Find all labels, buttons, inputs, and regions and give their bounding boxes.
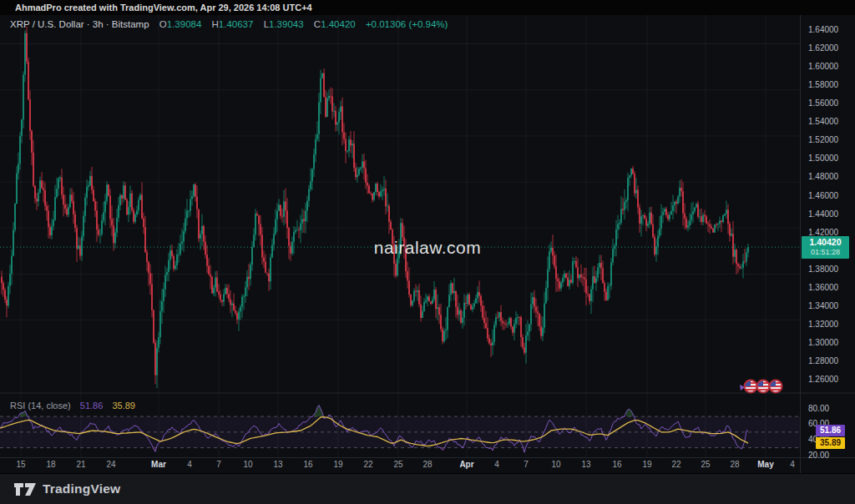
attribution-text: AhmadPro created with TradingView.com, A… [15,3,312,13]
price-axis-label: 1.44000 [808,209,838,219]
time-axis-label: 4 [494,458,499,471]
rsi-current-value: 51.86 [80,401,104,411]
price-axis-label: 1.52000 [808,135,838,144]
attribution-bar: AhmadPro created with TradingView.com, A… [0,0,855,15]
time-axis-label: 25 [393,458,402,471]
time-axis-label: May [757,458,773,471]
low-value: 1.39043 [269,19,304,29]
bar-countdown: 01:51:28 [802,248,849,257]
current-price-label: 1.40420 01:51:28 [802,236,849,259]
time-axis-label: 7 [216,458,221,471]
rsi-axis-label: 80.00 [808,404,829,413]
high-label: H [212,19,219,29]
time-axis-label: 25 [701,458,710,471]
change-value: +0.01306 (+0.94%) [366,19,448,29]
open-label: O [159,19,167,29]
price-axis-label: 1.54000 [808,117,838,126]
price-axis-label: 1.26000 [808,375,838,384]
watermark: nairalaw.com [374,238,482,258]
flag-sticker-icons[interactable] [738,377,787,402]
price-axis-label: 1.34000 [808,301,838,310]
price-axis-label: 1.60000 [808,62,838,71]
price-axis-label: 1.30000 [808,338,838,347]
time-axis-label: 28 [422,458,432,471]
time-axis-label: 19 [642,458,651,471]
time-axis-label: 18 [46,458,55,471]
time-axis-label: 7 [524,458,529,471]
time-axis-label: 13 [581,458,590,471]
rsi-ma-value-label: 35.89 [816,437,845,449]
symbol-title[interactable]: XRP / U.S. Dollar · 3h · Bitstamp [10,19,149,29]
time-axis-label: 4 [790,458,795,471]
price-axis-label: 1.38000 [808,265,838,274]
rsi-value-label: 51.86 [816,425,845,436]
rsi-ma-current-value: 35.89 [112,401,135,411]
rsi-title[interactable]: RSI (14, close) [10,401,71,411]
rsi-indicator-header[interactable]: RSI (14, close) 51.86 35.89 [10,401,135,411]
tradingview-chart-screen: AhmadPro created with TradingView.com, A… [0,0,855,504]
time-axis-label: 22 [363,458,372,471]
price-axis-label: 1.64000 [808,25,838,34]
close-value: 1.40420 [321,19,356,29]
time-axis-label: 15 [16,458,25,471]
time-axis-label: 24 [106,458,115,471]
current-price-value: 1.40420 [802,236,849,248]
price-axis-label: 1.36000 [808,283,838,292]
time-axis-label: 16 [303,458,312,471]
price-axis-label: 1.62000 [808,43,838,53]
time-axis-label: 28 [730,458,739,471]
open-value: 1.39084 [167,19,202,29]
flag-emoji-icon [745,381,782,393]
time-axis-label: 10 [551,458,560,471]
price-axis-label: 1.46000 [808,191,838,200]
rsi-axis-label: 20.00 [808,451,829,460]
price-axis-label: 1.58000 [808,80,838,89]
tradingview-logo-icon[interactable] [13,481,37,497]
symbol-info[interactable]: XRP / U.S. Dollar · 3h · Bitstamp O1.390… [10,19,448,29]
time-axis-label: 13 [273,458,282,471]
price-axis-label: 1.56000 [808,98,838,108]
time-axis-label: 10 [243,458,252,471]
time-axis-label: 16 [612,458,621,471]
footer-bar: TradingView [0,473,855,504]
price-axis-label: 1.32000 [808,320,838,329]
high-value: 1.40637 [219,19,254,29]
time-axis-label: Mar [151,458,166,471]
price-axis-label: 1.48000 [808,172,838,181]
time-axis-label: 21 [76,458,85,471]
price-axis-label: 1.42000 [808,228,838,237]
price-axis-label: 1.28000 [808,356,838,365]
time-axis-label: 19 [333,458,342,471]
close-label: C [314,19,321,29]
price-axis-label: 1.50000 [808,154,838,163]
tradingview-logo-text[interactable]: TradingView [43,481,120,496]
time-axis-label: 4 [187,458,192,471]
time-axis-label: 22 [671,458,680,471]
time-axis[interactable]: 15182124Mar4710131619222528Apr4710131619… [0,458,800,472]
time-axis-label: Apr [459,458,473,471]
